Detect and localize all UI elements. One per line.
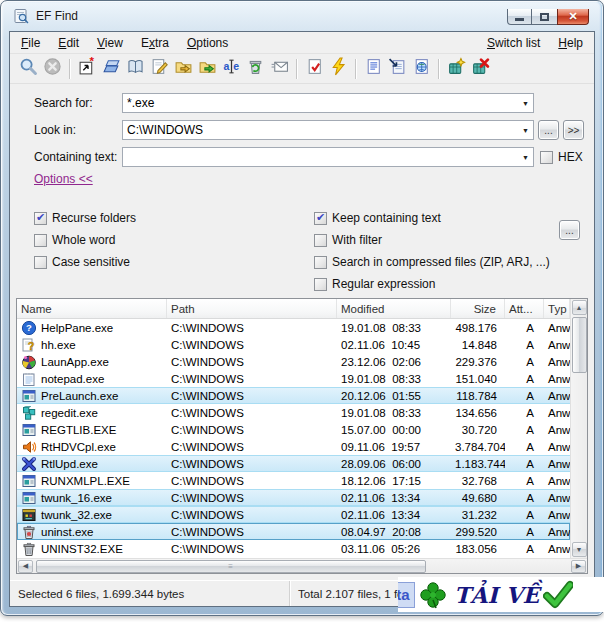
file-attributes: A [505,441,544,453]
titlebar[interactable]: EF Find ✕ [1,1,603,31]
search-button[interactable] [16,57,40,81]
move-to-button[interactable] [195,57,219,81]
close-button[interactable]: ✕ [557,9,589,25]
minimize-button[interactable] [507,9,532,25]
file-name-cell: uninst.exe [17,524,167,540]
file-row-prelaunch-exe[interactable]: PreLaunch.exeC:\WINDOWS20.12.06 01:55118… [17,387,570,404]
checkbox-search-in-compressed-files-zip-arj[interactable]: Search in compressed files (ZIP, ARJ, ..… [314,254,550,270]
chevron-down-icon[interactable]: ▼ [522,127,529,134]
unchecked-checkbox-icon[interactable] [34,234,47,247]
scroll-up-button[interactable]: ▲ [572,300,587,315]
checkbox-case-sensitive[interactable]: Case sensitive [34,254,130,270]
column-header-size[interactable]: Size [451,299,505,318]
view-button[interactable] [123,57,147,81]
chevron-down-icon[interactable]: ▼ [522,100,529,107]
look-in-label: Look in: [34,123,122,137]
checkbox-recurse-folders[interactable]: Recurse folders [34,210,136,226]
menu-item-file[interactable]: File [12,34,49,52]
quick-start-button[interactable] [326,57,350,81]
file-row-regedit-exe[interactable]: regedit.exeC:\WINDOWS19.01.08 08:33134.6… [17,404,570,421]
email-button[interactable] [267,57,291,81]
file-row-rtlupd-exe[interactable]: RtlUpd.exeC:\WINDOWS28.09.06 06:001.183.… [17,455,570,472]
verify-button[interactable] [302,57,326,81]
unchecked-checkbox-icon[interactable] [34,256,47,269]
search-for-input[interactable] [123,95,515,111]
file-path: C:\WINDOWS [167,424,337,436]
install-button[interactable] [444,57,468,81]
checkbox-regular-expression[interactable]: Regular expression [314,276,435,292]
file-row-hh-exe[interactable]: ?hh.exeC:\WINDOWS02.11.06 10:4514.848AAn… [17,336,570,353]
checkbox-with-filter[interactable]: With filter [314,232,382,248]
containing-text-input[interactable] [123,149,515,165]
new-shortcut-button[interactable]: * [75,57,99,81]
file-row-launapp-exe[interactable]: LaunApp.exeC:\WINDOWS23.12.06 02:06229.3… [17,353,570,370]
unchecked-checkbox-icon[interactable] [314,278,327,291]
file-row-notepad-exe[interactable]: notepad.exeC:\WINDOWS19.01.08 08:33151.0… [17,370,570,387]
file-row-rthdvcpl-exe[interactable]: RtHDVCpl.exeC:\WINDOWS09.11.06 19:573.78… [17,438,570,455]
copy-to-button[interactable] [171,57,195,81]
checkbox-whole-word[interactable]: Whole word [34,232,115,248]
column-header-att[interactable]: Att... [505,299,544,318]
column-header-name[interactable]: Name [17,299,167,318]
hex-checkbox[interactable] [540,151,553,164]
search-for-combobox[interactable]: ▼ [122,93,534,113]
file-row-twunk-16-exe[interactable]: twunk_16.exeC:\WINDOWS02.11.06 13:3449.6… [17,489,570,506]
unchecked-checkbox-icon[interactable] [314,234,327,247]
file-attributes: A [505,356,544,368]
scroll-right-button[interactable]: ▶ [571,560,586,573]
report-button[interactable] [361,57,385,81]
maximize-button[interactable] [532,9,557,25]
horizontal-scrollbar[interactable]: ◀ ≡ ▶ [17,558,587,573]
open-button[interactable] [99,57,123,81]
file-modified: 02.11.06 10:45 [337,339,451,351]
file-row-runxmlpl-exe[interactable]: RUNXMLPL.EXEC:\WINDOWS18.12.06 17:1532.7… [17,472,570,489]
containing-text-combobox[interactable]: ▼ [122,147,534,167]
scroll-down-button[interactable]: ▼ [572,542,587,557]
rename-button[interactable]: ae [219,57,243,81]
file-name: hh.exe [41,339,76,351]
vertical-scroll-thumb[interactable] [572,317,587,373]
file-name: RtlUpd.exe [41,458,98,470]
checked-checkbox-icon[interactable] [34,212,47,225]
menu-item-help[interactable]: Help [549,34,592,52]
chevron-down-icon[interactable]: ▼ [522,154,529,161]
expand-paths-button[interactable]: >> [563,120,584,140]
menu-item-options[interactable]: Options [178,34,237,52]
checkbox-keep-containing-text[interactable]: Keep containing text [314,210,441,226]
look-in-input[interactable] [123,122,515,138]
hex-label: HEX [558,150,583,164]
app-window-dark-icon [21,507,37,523]
file-row-regtlib-exe[interactable]: REGTLIB.EXEC:\WINDOWS15.07.00 00:0030.72… [17,421,570,438]
file-row-helppane-exe[interactable]: ?HelpPane.exeC:\WINDOWS19.01.08 08:33498… [17,319,570,336]
filter-browse-button[interactable]: ... [559,220,580,240]
uninstall-button[interactable] [468,57,492,81]
menu-item-switch-list[interactable]: Switch list [478,34,549,52]
close-icon: ✕ [568,11,577,22]
html-export-button[interactable] [409,57,433,81]
file-modified: 15.07.00 00:00 [337,424,451,436]
unchecked-checkbox-icon[interactable] [314,256,327,269]
file-row-uninst-exe[interactable]: uninst.exeC:\WINDOWS08.04.97 20:08299.52… [17,523,570,540]
column-header-typ[interactable]: Typ [544,299,570,318]
svg-text:a: a [223,60,229,72]
stop-button[interactable] [40,57,64,81]
menu-item-view[interactable]: View [88,34,132,52]
column-header-modified[interactable]: Modified [337,299,451,318]
edit-button[interactable] [147,57,171,81]
column-header-path[interactable]: Path [167,299,337,318]
file-row-uninst32-exe[interactable]: UNINST32.EXEC:\WINDOWS03.11.06 05:26183.… [17,540,570,557]
horizontal-scroll-thumb[interactable]: ≡ [36,560,426,573]
file-row-twunk-32-exe[interactable]: twunk_32.exeC:\WINDOWS02.11.06 13:3431.2… [17,506,570,523]
checkbox-label: Search in compressed files (ZIP, ARJ, ..… [332,255,550,269]
export-button[interactable] [385,57,409,81]
browse-folder-button[interactable]: ... [538,120,559,140]
checked-checkbox-icon[interactable] [314,212,327,225]
menu-item-extra[interactable]: Extra [132,34,178,52]
menu-item-edit[interactable]: Edit [49,34,88,52]
vertical-scrollbar[interactable]: ▲ ▼ [570,299,587,558]
look-in-combobox[interactable]: ▼ [122,120,534,140]
delete-button[interactable] [243,57,267,81]
file-size: 30.720 [451,424,505,436]
scroll-left-button[interactable]: ◀ [18,560,33,573]
options-toggle-link[interactable]: Options << [34,172,93,186]
